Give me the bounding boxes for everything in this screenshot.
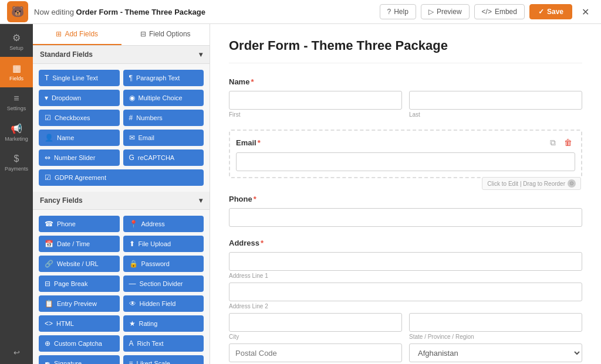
name-last-wrapper: Last: [409, 91, 582, 118]
field-gdpr[interactable]: ☑ GDPR Agreement: [39, 169, 204, 186]
address-line1-wrapper: Address Line 1: [229, 252, 582, 279]
field-multiple-choice[interactable]: ◉ Multiple Choice: [123, 90, 204, 106]
name-first-wrapper: First: [229, 91, 402, 118]
form-area: Order Form - Theme Three Package Name * …: [210, 24, 601, 364]
address-line1-sublabel: Address Line 1: [229, 273, 582, 279]
city-input[interactable]: [229, 313, 402, 332]
field-rich-text[interactable]: A Rich Text: [123, 335, 204, 352]
city-wrapper: City: [229, 313, 402, 340]
fields-icon: ▦: [12, 63, 21, 74]
address-line2-input[interactable]: [229, 283, 582, 301]
checkboxes-icon: ☑: [45, 114, 51, 122]
name-first-input[interactable]: [229, 91, 402, 110]
required-star-phone: *: [254, 195, 256, 203]
field-website-url[interactable]: 🔗 Website / URL: [39, 256, 120, 272]
field-recaptcha[interactable]: G reCAPTCHA: [123, 149, 204, 166]
field-paragraph-text[interactable]: ¶ Paragraph Text: [123, 70, 204, 86]
save-button[interactable]: ✓ Save: [529, 4, 572, 19]
tab-add-fields[interactable]: ⊞ Add Fields: [33, 24, 121, 45]
close-button[interactable]: ✕: [577, 4, 594, 20]
back-button[interactable]: ↩: [0, 341, 33, 364]
state-input[interactable]: [409, 313, 582, 332]
likert-icon: ≡: [129, 359, 133, 364]
sidebar-item-setup[interactable]: ⚙ Setup: [0, 26, 33, 57]
field-checkboxes[interactable]: ☑ Checkboxes: [39, 110, 120, 126]
single-line-icon: T: [45, 74, 49, 82]
email-actions: ⧉ 🗑: [547, 137, 575, 149]
rich-text-icon: A: [129, 339, 134, 348]
payments-icon: $: [14, 154, 19, 164]
email-input[interactable]: [236, 152, 575, 171]
country-select[interactable]: Afghanistan: [409, 343, 582, 362]
name-row: First Last: [229, 91, 582, 118]
field-file-upload[interactable]: ⬆ File Upload: [123, 236, 204, 252]
field-rating[interactable]: ★ Rating: [123, 315, 204, 332]
signature-icon: ✒: [45, 359, 50, 364]
country-wrapper: Afghanistan Country: [409, 343, 582, 364]
name-last-sublabel: Last: [409, 111, 582, 118]
sidebar-item-marketing[interactable]: 📢 Marketing: [0, 117, 33, 148]
setup-icon: ⚙: [12, 32, 21, 43]
city-sublabel: City: [229, 334, 402, 340]
marketing-icon: 📢: [11, 123, 22, 134]
collapse-icon: ▾: [199, 50, 202, 59]
upload-icon: ⬆: [129, 240, 135, 248]
address-line1-input[interactable]: [229, 252, 582, 271]
delete-button[interactable]: 🗑: [561, 137, 575, 149]
address-field-label: Address *: [229, 239, 582, 247]
field-numbers[interactable]: # Numbers: [123, 110, 204, 126]
topbar: 🐻 Now editing Order Form - Theme Three P…: [0, 0, 601, 24]
preview-button[interactable]: ▷ Preview: [421, 4, 470, 19]
field-address[interactable]: 📍 Address: [123, 216, 204, 232]
gdpr-icon: ☑: [45, 174, 51, 182]
dropdown-icon: ▾: [45, 94, 48, 102]
help-button[interactable]: ? Help: [380, 4, 416, 19]
field-html[interactable]: <> HTML: [39, 315, 120, 332]
multiple-choice-icon: ◉: [129, 94, 135, 102]
field-hidden-field[interactable]: 👁 Hidden Field: [123, 295, 204, 312]
settings-icon: ≡: [13, 93, 19, 104]
field-entry-preview[interactable]: 📋 Entry Preview: [39, 295, 120, 312]
field-number-slider[interactable]: ⇔ Number Slider: [39, 149, 120, 166]
preview-icon: ▷: [428, 8, 434, 16]
field-email[interactable]: ✉ Email: [123, 130, 204, 146]
field-page-break[interactable]: ⊟ Page Break: [39, 275, 120, 292]
form-field-address: Address * Address Line 1 Address Line 2: [229, 239, 582, 364]
paragraph-icon: ¶: [129, 74, 133, 82]
city-state-row: City State / Province / Region: [229, 313, 582, 340]
field-datetime[interactable]: 📅 Date / Time: [39, 236, 120, 252]
field-custom-captcha[interactable]: ⊕ Custom Captcha: [39, 335, 120, 352]
help-icon: ?: [387, 8, 391, 16]
field-password[interactable]: 🔒 Password: [123, 256, 204, 272]
field-section-divider[interactable]: — Section Divider: [123, 275, 204, 292]
field-signature[interactable]: ✒ Signature: [39, 355, 120, 364]
back-icon: ↩: [13, 348, 20, 357]
form-content: Order Form - Theme Three Package Name * …: [210, 24, 601, 364]
copy-button[interactable]: ⧉: [547, 137, 559, 149]
state-sublabel: State / Province / Region: [409, 334, 582, 340]
field-single-line-text[interactable]: T Single Line Text: [39, 70, 120, 86]
fancy-fields-section: Fancy Fields ▾ ☎ Phone 📍 Address 📅 Date …: [33, 192, 210, 364]
topbar-left: 🐻 Now editing Order Form - Theme Three P…: [7, 1, 205, 22]
state-wrapper: State / Province / Region: [409, 313, 582, 340]
rating-icon: ★: [129, 319, 136, 328]
logo: 🐻: [7, 1, 28, 22]
field-dropdown[interactable]: ▾ Dropdown: [39, 90, 120, 106]
fancy-collapse-icon: ▾: [199, 196, 202, 205]
topbar-right: ? Help ▷ Preview </> Embed ✓ Save ✕: [380, 4, 594, 20]
fancy-fields-header[interactable]: Fancy Fields ▾: [33, 192, 210, 210]
field-phone[interactable]: ☎ Phone: [39, 216, 120, 232]
field-name[interactable]: 👤 Name: [39, 130, 120, 146]
name-last-input[interactable]: [409, 91, 582, 110]
standard-fields-header[interactable]: Standard Fields ▾: [33, 46, 210, 64]
drag-hint: Click to Edit | Drag to Reorder ⚙: [482, 177, 581, 190]
sidebar-item-settings[interactable]: ≡ Settings: [0, 87, 33, 117]
tab-field-options[interactable]: ⊟ Field Options: [121, 24, 210, 45]
postal-input[interactable]: [229, 343, 402, 362]
add-fields-icon: ⊞: [56, 30, 62, 38]
embed-button[interactable]: </> Embed: [474, 4, 525, 19]
phone-input[interactable]: [229, 208, 582, 227]
sidebar-item-fields[interactable]: ▦ Fields: [0, 57, 33, 87]
sidebar-item-payments[interactable]: $ Payments: [0, 148, 33, 178]
field-likert-scale[interactable]: ≡ Likert Scale: [123, 355, 204, 364]
